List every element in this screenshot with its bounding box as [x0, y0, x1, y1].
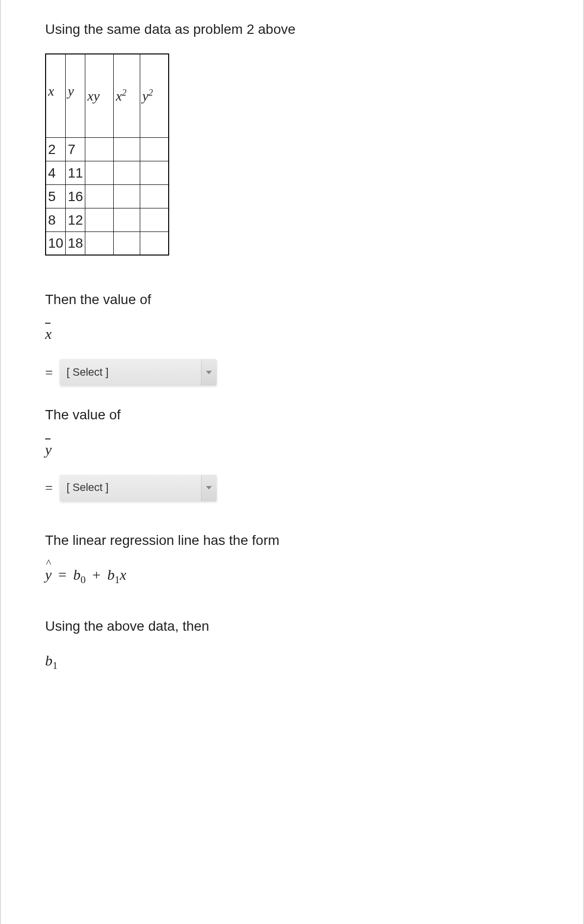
cell-x2: [114, 231, 140, 255]
equals-sign: =: [45, 478, 53, 497]
equals-sign: =: [45, 363, 53, 382]
cell-y2: [140, 208, 169, 231]
b1-sub: 1: [115, 574, 120, 586]
ybar-symbol: y: [45, 439, 539, 460]
cell-y: 11: [66, 161, 85, 184]
cell-x2: [114, 161, 140, 184]
question-page: Using the same data as problem 2 above x…: [0, 0, 584, 924]
cell-x2: [114, 208, 140, 231]
cell-xy: [85, 184, 114, 208]
ybar-select-row: = [ Select ]: [45, 475, 539, 501]
cell-x: 5: [46, 184, 66, 208]
cell-x: 10: [46, 231, 66, 255]
x2-base: x: [116, 88, 122, 103]
equals-op: =: [55, 566, 70, 583]
cell-x2: [114, 137, 140, 161]
col-header-y2: y2: [140, 54, 169, 137]
x2-sup: 2: [122, 88, 127, 98]
col-header-y: y: [66, 54, 85, 137]
b0-sub: 0: [80, 574, 86, 586]
plus-op: +: [89, 566, 103, 583]
y-bar: y: [45, 439, 51, 460]
cell-y2: [140, 161, 169, 184]
intro-text: Using the same data as problem 2 above: [45, 20, 539, 39]
b1-sub: 1: [52, 660, 58, 671]
table-row: 10 18: [46, 231, 169, 255]
value-of-text: The value of: [45, 405, 539, 424]
y2-sup: 2: [149, 88, 153, 98]
cell-y: 7: [66, 137, 85, 161]
cell-x: 8: [46, 208, 66, 231]
select-caret: [201, 475, 217, 501]
select-label: [ Select ]: [60, 475, 217, 501]
table-row: 5 16: [46, 184, 169, 208]
table-row: 4 11: [46, 161, 169, 184]
cell-y: 18: [66, 231, 85, 255]
b0-b: b: [73, 566, 80, 583]
xbar-select-row: = [ Select ]: [45, 359, 539, 385]
cell-x: 2: [46, 137, 66, 161]
cell-x: 4: [46, 161, 66, 184]
then-value-of-text: Then the value of: [45, 290, 539, 309]
cell-x2: [114, 184, 140, 208]
y-hat: y: [45, 565, 51, 585]
regression-intro-text: The linear regression line has the form: [45, 531, 539, 550]
cell-xy: [85, 231, 114, 255]
data-table: x y xy x2 y2 2 7 4 11: [45, 53, 169, 256]
xbar-select[interactable]: [ Select ]: [60, 359, 217, 385]
chevron-down-icon: [206, 486, 212, 489]
cell-y2: [140, 137, 169, 161]
b1-b: b: [45, 652, 52, 668]
b1-b: b: [107, 566, 115, 583]
table-row: 8 12: [46, 208, 169, 231]
eq-x: x: [120, 566, 126, 583]
cell-y2: [140, 231, 169, 255]
cell-y2: [140, 184, 169, 208]
select-caret: [201, 359, 217, 385]
regression-equation: y = b0 + b1x: [45, 565, 539, 587]
cell-y: 12: [66, 208, 85, 231]
col-header-x: x: [46, 54, 66, 137]
cell-xy: [85, 137, 114, 161]
using-above-text: Using the above data, then: [45, 616, 539, 636]
select-label: [ Select ]: [60, 359, 217, 385]
b1-symbol: b1: [45, 650, 539, 673]
col-header-xy: xy: [85, 54, 114, 137]
cell-y: 16: [66, 184, 85, 208]
table-row: 2 7: [46, 137, 169, 161]
ybar-select[interactable]: [ Select ]: [60, 475, 217, 501]
table-header-row: x y xy x2 y2: [46, 54, 169, 137]
cell-xy: [85, 161, 114, 184]
x-bar: x: [45, 324, 51, 344]
chevron-down-icon: [206, 371, 212, 374]
cell-xy: [85, 208, 114, 231]
xbar-symbol: x: [45, 324, 539, 344]
col-header-x2: x2: [114, 54, 140, 137]
y2-base: y: [142, 88, 148, 103]
